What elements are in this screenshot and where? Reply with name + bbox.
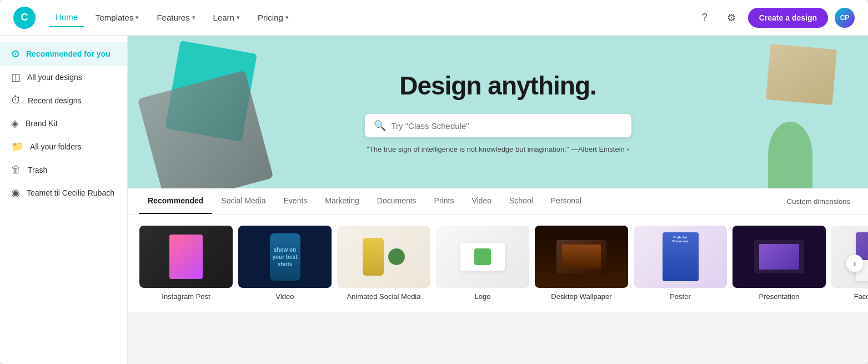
nav-pricing[interactable]: Pricing ▾ — [251, 8, 295, 27]
template-thumb-poster: Pride Art Showcase — [634, 226, 727, 288]
sidebar-item-trash[interactable]: 🗑 Trash — [0, 158, 127, 181]
template-thumb-logo — [436, 226, 529, 288]
template-label-instagram-post: Instagram Post — [162, 292, 210, 301]
search-bar[interactable]: 🔍 — [365, 114, 631, 137]
tab-documents[interactable]: Documents — [368, 188, 425, 214]
pricing-chevron-icon: ▾ — [285, 14, 289, 21]
avatar[interactable]: CP — [835, 8, 855, 28]
template-label-poster: Poster — [670, 292, 691, 301]
tab-prints[interactable]: Prints — [425, 188, 463, 214]
templates-chevron-icon: ▾ — [136, 14, 139, 21]
tab-social-media[interactable]: Social Media — [212, 188, 274, 214]
app-window: C Home Templates ▾ Features ▾ Learn ▾ Pr… — [0, 0, 868, 364]
canva-logo[interactable]: C — [13, 7, 36, 29]
top-nav: C Home Templates ▾ Features ▾ Learn ▾ Pr… — [0, 0, 868, 36]
sidebar-item-recommended[interactable]: ⊙ Recommended for you — [0, 42, 127, 66]
gear-icon: ⚙ — [727, 12, 736, 24]
main-content: ⊙ Recommended for you ◫ All your designs… — [0, 36, 868, 364]
templates-grid: Instagram Post show on your best shots V… — [128, 215, 868, 312]
sidebar: ⊙ Recommended for you ◫ All your designs… — [0, 36, 128, 364]
nav-features[interactable]: Features ▾ — [150, 8, 202, 27]
template-thumb-presentation — [732, 226, 826, 288]
template-thumb-instagram — [139, 226, 233, 288]
sidebar-item-recent[interactable]: ⏱ Recent designs — [0, 89, 127, 112]
tab-school[interactable]: School — [500, 188, 542, 214]
team-icon: ◉ — [11, 187, 20, 199]
sidebar-item-folders[interactable]: 📁 All your folders — [0, 135, 127, 158]
tabs-row: Recommended Social Media Events Marketin… — [128, 188, 868, 215]
deco-right-box — [766, 44, 837, 105]
hero-banner: Design anything. 🔍 "The true sign of int… — [128, 36, 868, 188]
create-design-button[interactable]: Create a design — [748, 8, 828, 28]
hero-title: Design anything. — [365, 71, 631, 101]
template-card-animated-social-media[interactable]: Animated Social Media — [337, 226, 431, 301]
sidebar-item-all-designs[interactable]: ◫ All your designs — [0, 66, 127, 89]
template-card-presentation[interactable]: Presentation — [732, 226, 826, 301]
template-card-logo[interactable]: Logo — [435, 226, 530, 301]
template-label-video: Video — [275, 292, 294, 301]
help-button[interactable]: ? — [695, 8, 715, 28]
template-label-animated-social-media: Animated Social Media — [347, 292, 421, 301]
clock-icon: ⏱ — [11, 94, 21, 106]
custom-dimensions-button[interactable]: Custom dimensions — [780, 193, 857, 210]
template-card-video[interactable]: show on your best shots Video — [238, 226, 332, 301]
features-chevron-icon: ▾ — [192, 14, 195, 21]
nav-templates[interactable]: Templates ▾ — [89, 8, 145, 27]
trash-icon: 🗑 — [11, 164, 21, 176]
content-area: Design anything. 🔍 "The true sign of int… — [128, 36, 868, 364]
help-icon: ? — [702, 12, 708, 23]
template-label-logo: Logo — [475, 292, 491, 301]
template-label-desktop-wallpaper: Desktop Wallpaper — [551, 292, 611, 301]
brand-icon: ◈ — [11, 117, 19, 129]
template-card-instagram-post[interactable]: Instagram Post — [139, 226, 233, 301]
grid-icon: ◫ — [11, 71, 21, 83]
learn-chevron-icon: ▾ — [237, 14, 240, 21]
template-card-desktop-wallpaper[interactable]: Desktop Wallpaper — [534, 226, 629, 301]
carousel-next-button[interactable]: › — [846, 255, 864, 272]
template-thumb-video: show on your best shots — [238, 226, 332, 288]
template-thumb-wallpaper — [535, 226, 628, 288]
tab-events[interactable]: Events — [275, 188, 317, 214]
tab-marketing[interactable]: Marketing — [316, 188, 368, 214]
sidebar-item-brand-kit[interactable]: ◈ Brand Kit — [0, 112, 127, 135]
template-label-facebook-post: Facebook Post — [854, 292, 868, 301]
folder-icon: 📁 — [11, 141, 23, 153]
sidebar-item-team[interactable]: ◉ Teamet til Cecilie Rubach — [0, 181, 127, 205]
hero-quote: "The true sign of intelligence is not kn… — [365, 145, 631, 153]
deco-plant — [768, 122, 812, 188]
template-thumb-animated — [337, 226, 430, 288]
nav-learn[interactable]: Learn ▾ — [207, 8, 247, 27]
nav-home[interactable]: Home — [49, 8, 84, 27]
hero-content: Design anything. 🔍 "The true sign of int… — [365, 71, 631, 153]
tab-video[interactable]: Video — [463, 188, 500, 214]
tab-recommended[interactable]: Recommended — [139, 188, 212, 214]
template-card-poster[interactable]: Pride Art Showcase Poster — [633, 226, 727, 301]
tab-personal[interactable]: Personal — [542, 188, 590, 214]
home-icon: ⊙ — [11, 48, 19, 60]
template-label-presentation: Presentation — [759, 292, 800, 301]
search-icon: 🔍 — [374, 119, 386, 132]
deco-stapler — [138, 71, 274, 188]
search-input[interactable] — [392, 121, 623, 131]
settings-button[interactable]: ⚙ — [721, 8, 741, 28]
nav-right: ? ⚙ Create a design CP — [695, 8, 855, 28]
